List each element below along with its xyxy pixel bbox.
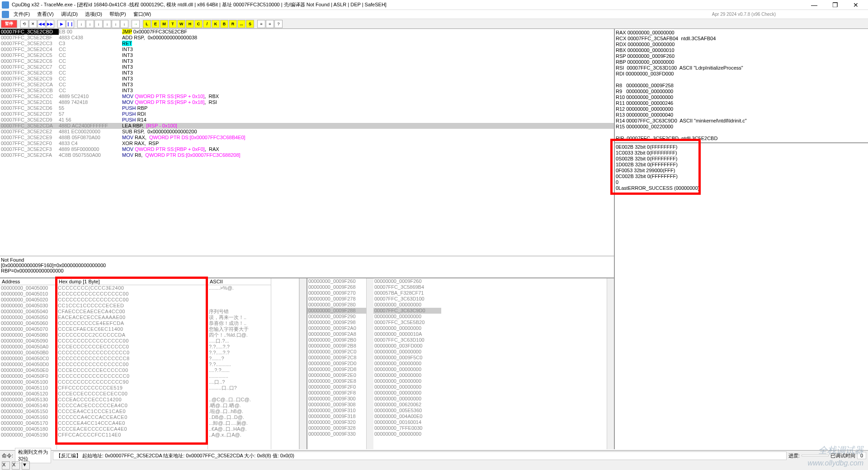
disasm-row[interactable]: 00007FFC_3C5E2CC9CCINT3 xyxy=(0,76,614,82)
dump-row[interactable] xyxy=(208,297,271,303)
stack-scrollbar-2[interactable] xyxy=(607,278,614,449)
disasm-row[interactable]: 00007FFC_3C5E2CD941 56PUSH R14 xyxy=(0,117,614,123)
dump-row[interactable]: CC1CCC1CCCCCCECEED xyxy=(57,303,208,309)
dump-row[interactable]: .........口..口? xyxy=(208,385,271,391)
disasm-row[interactable]: 00007FFC_3C5E2CC5CCINT3 xyxy=(0,52,614,58)
letter-K[interactable]: K xyxy=(212,20,220,28)
reg-row[interactable]: R10 00000000_00000000 xyxy=(616,94,867,100)
stack-val[interactable]: 00007FFC_3C63D100 xyxy=(373,296,441,302)
stack-addr[interactable]: 00000000_0009F2E0 xyxy=(307,372,366,378)
dump-row[interactable]: 00000000_00405050 xyxy=(0,315,57,320)
dump-row[interactable]: CCCCCCCCCCCCCCCCC00 xyxy=(57,362,208,367)
dump-row[interactable]: 00000000_00405140 xyxy=(0,403,57,409)
disasm-row[interactable]: 00007FFC_3C5E2CC3C3RET xyxy=(0,41,614,47)
reg-row[interactable]: RAX 00000000_00000000 xyxy=(616,30,867,36)
stack-val[interactable]: 00000000_0009F260 xyxy=(373,278,441,284)
stack-addr[interactable]: 00000000_0009F308 xyxy=(307,402,366,408)
stack-val[interactable]: 00000000_0009F5C0 xyxy=(373,355,441,361)
disasm-row[interactable]: 00007FFC_3C5E2CCACCINT3 xyxy=(0,82,614,88)
dump-row[interactable]: 00000000_00405150 xyxy=(0,409,57,414)
stack-val[interactable]: 00000000_00000000 xyxy=(373,325,441,331)
disasm-row[interactable]: 00007FFC_3C5E2CCC4889 5C2410MOV QWORD PT… xyxy=(0,94,614,99)
disasm-row[interactable]: 00007FFC_3C5E2CE9488B 05F0870A00MOV RAX,… xyxy=(0,135,614,141)
stack-addr[interactable]: 00000000_0009F310 xyxy=(307,408,366,414)
dump-row[interactable]: CCCCEACECCCCCECA4E0 xyxy=(57,426,208,432)
stack-addr[interactable]: 00000000_0009F290 xyxy=(307,314,366,320)
stack-addr[interactable]: 00000000_0009F280 xyxy=(307,302,366,308)
dump-row[interactable]: CCCCCCA4CCCACCEACE0 xyxy=(57,414,208,420)
dump-scrollbar[interactable] xyxy=(299,278,307,449)
tb-btn[interactable]: ≡ xyxy=(266,20,274,28)
dump-row[interactable]: 00000000_00405100 xyxy=(0,379,57,385)
reg-row[interactable]: RDX 00000000_00000000 xyxy=(616,42,867,47)
pause2-button[interactable]: ❙❙ xyxy=(66,20,74,28)
dump-row[interactable]: 00000000_00405130 xyxy=(0,397,57,403)
dump-row[interactable]: ....口..? xyxy=(208,379,271,385)
dump-row[interactable]: 00000000_00405080 xyxy=(0,332,57,338)
sb-btn[interactable]: X xyxy=(12,461,20,470)
hex-dump[interactable]: Address 00000000_0040500000000000_004050… xyxy=(0,278,307,449)
dump-row[interactable]: 00000000_00405120 xyxy=(0,391,57,397)
dump-row[interactable]: CCCECFAECEC6EC11400 xyxy=(57,326,208,332)
segments-view[interactable]: 0E002B 32bit 0(FFFFFFFF) 1C0033 32bit 0(… xyxy=(615,143,868,192)
stack-addr[interactable]: 00000000_0009F2C0 xyxy=(307,349,366,355)
stack-val[interactable]: 00000000_00000000 xyxy=(373,390,441,396)
reg-row[interactable]: R12 00000000_00000000 xyxy=(616,106,867,112)
stack-val[interactable]: 00000000_7FFE0030 xyxy=(373,425,441,431)
stack-val[interactable]: 00007FFC_3C5E5B20 xyxy=(373,320,441,325)
disasm-row[interactable]: 00007FFC_3C5E2CD655PUSH RBP xyxy=(0,105,614,111)
dump-row[interactable]: CCCCCCCCCCCCCCCCC00 xyxy=(57,297,208,303)
reg-row[interactable]: R14 00007FFC_3C63C9D0 ASCII "minkernel\n… xyxy=(616,118,867,124)
stack-val[interactable]: 00000000_00620062 xyxy=(373,402,441,408)
dump-row[interactable]: ...卸@..口....厕@. xyxy=(208,420,271,426)
reg-row[interactable]: R11 00000000_00000246 xyxy=(616,100,867,106)
dump-row[interactable]: ..@C@..口..口C@. xyxy=(208,397,271,403)
reg-row[interactable]: RSP 00000000_0009F260 xyxy=(616,53,867,59)
seg-row[interactable]: 1C0033 32bit 0(FFFFFFFF) xyxy=(616,150,867,156)
dump-row[interactable]: CFFCCCCCCCCCCCE519 xyxy=(57,385,208,391)
dump-row[interactable]: ?.......? xyxy=(208,356,271,362)
stack-addr[interactable]: 00000000_0009F278 xyxy=(307,296,366,302)
dump-row[interactable]: 00000000_00405160 xyxy=(0,414,57,420)
seg-row[interactable]: 0F0053 32bit 299000(FFF) xyxy=(616,168,867,174)
stack-val[interactable]: 00007FFC_3C63D100 xyxy=(373,337,441,343)
stack-val[interactable]: 00000000_00000000 xyxy=(373,314,441,320)
letter-L[interactable]: L xyxy=(143,20,151,28)
tb-btn[interactable]: → xyxy=(132,20,140,28)
dump-row[interactable]: 您输入字符要大于 xyxy=(208,326,271,332)
tb-btn[interactable]: ⟲ xyxy=(20,20,28,28)
seg-row[interactable]: 0LastERROR_SUCCESS (00000000) xyxy=(616,185,867,191)
dump-row[interactable]: 00000000_004050A0 xyxy=(0,344,57,350)
step-button[interactable]: ↓ xyxy=(86,20,94,28)
stack-val[interactable]: 00000000_00000000 xyxy=(373,372,441,378)
step-button[interactable]: ↓ xyxy=(77,20,85,28)
letter-T[interactable]: T xyxy=(169,20,177,28)
disasm-row[interactable]: 00007FFC_3C5E2CC8CCINT3 xyxy=(0,70,614,76)
dump-row[interactable]: 00000000_00405090 xyxy=(0,338,57,344)
dump-row[interactable]: 误，再来一次！.. xyxy=(208,315,271,320)
dump-row[interactable]: CCCECCCCCCCECCCCC00 xyxy=(57,367,208,373)
disasm-row[interactable]: 00007FFC_3C5E2CBF4883 C438ADD RSP, 0x000… xyxy=(0,35,614,41)
stack-addr[interactable]: 00000000_0009F300 xyxy=(307,396,366,402)
dump-row[interactable]: CCCCCACECCCCCCEA4C0 xyxy=(57,403,208,409)
dump-row[interactable]: 00000000_00405030 xyxy=(0,303,57,309)
stack-addr[interactable]: 00000000_0009F260 xyxy=(307,278,366,284)
dump-row[interactable]: ?.?........... xyxy=(208,362,271,367)
seg-row[interactable]: 0E002B 32bit 0(FFFFFFFF) xyxy=(616,144,867,150)
dump-row[interactable]: ........>%@. xyxy=(208,285,271,291)
reg-row[interactable]: R15 00000000_00220000 xyxy=(616,124,867,130)
stack-val[interactable]: 000057BA_F328CF71 xyxy=(373,290,441,296)
dump-row[interactable]: 00000000_00405070 xyxy=(0,326,57,332)
disasm-row[interactable]: 00007FFC_3C5E2CE24881 EC00020000SUB RSP,… xyxy=(0,129,614,135)
seg-row[interactable]: 1D002B 32bit 0(FFFFFFFF) xyxy=(616,162,867,168)
disasm-row[interactable]: 00007FFC_3C5E2CD14889 742418MOV QWORD PT… xyxy=(0,99,614,105)
reg-row[interactable]: RIP 00007FFC_3C5E2CBD ntdll.3C5E2CBD xyxy=(616,136,867,141)
seg-row[interactable]: 0C002B 32bit 0(FFFFFFFF) xyxy=(616,174,867,179)
dump-row[interactable]: CCCCCCCCCCCCCCCCCC0 xyxy=(57,350,208,356)
dump-row[interactable]: CCCCCCCCCCE4EEFCDA xyxy=(57,320,208,326)
stack-addr[interactable]: 00000000_0009F330 xyxy=(307,431,366,437)
dump-row[interactable]: EACEACECECCEAAAAE00 xyxy=(57,315,208,320)
letter-W[interactable]: W xyxy=(177,20,185,28)
dump-row[interactable]: CCCEACCCCECCC14200 xyxy=(57,397,208,403)
stack-addr[interactable]: 00000000_0009F320 xyxy=(307,419,366,425)
